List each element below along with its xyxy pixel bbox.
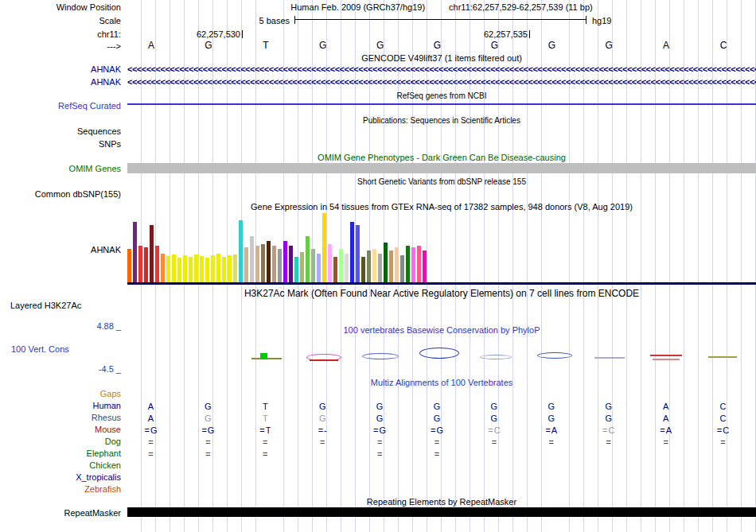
gtex-expression-bar[interactable] xyxy=(244,247,248,282)
gtex-expression-bar[interactable] xyxy=(306,236,310,282)
gtex-expression-bar[interactable] xyxy=(261,244,265,282)
gtex-expression-bar[interactable] xyxy=(400,255,404,282)
track-label-layered-h3k27ac[interactable]: Layered H3K27Ac xyxy=(10,301,81,311)
species-label-chicken[interactable]: Chicken xyxy=(0,460,121,471)
alignment-base: C xyxy=(720,401,727,412)
gtex-expression-bar[interactable] xyxy=(300,252,304,282)
gtex-expression-bar[interactable] xyxy=(189,257,193,282)
gtex-expression-bar[interactable] xyxy=(361,257,365,282)
refseq-gene-item[interactable] xyxy=(127,103,756,105)
gtex-expression-bar[interactable] xyxy=(200,256,204,282)
gtex-expression-bar[interactable] xyxy=(138,246,142,282)
gtex-expression-bar[interactable] xyxy=(172,254,176,282)
gtex-expression-bar[interactable] xyxy=(367,250,371,282)
gtex-expression-bar[interactable] xyxy=(255,246,259,282)
gtex-expression-bar[interactable] xyxy=(155,246,159,282)
gtex-expression-bar[interactable] xyxy=(183,255,187,282)
omim-gene-item[interactable] xyxy=(127,163,756,173)
gtex-expression-bar[interactable] xyxy=(378,254,382,282)
track-label-sequences[interactable]: Sequences xyxy=(0,126,121,137)
gtex-expression-bar[interactable] xyxy=(423,250,427,282)
gtex-expression-bar[interactable] xyxy=(278,249,282,282)
gtex-expression-bar[interactable] xyxy=(317,254,321,282)
gtex-expression-bar[interactable] xyxy=(150,225,154,282)
gtex-expression-bar[interactable] xyxy=(311,249,315,282)
track-label-gtex-ahnak[interactable]: AHNAK xyxy=(0,245,121,255)
gtex-expression-bar[interactable] xyxy=(395,247,399,282)
gtex-expression-bar[interactable] xyxy=(205,258,209,282)
alignment-row-human: AGTGGGGGGAC xyxy=(127,401,756,412)
gtex-expression-bar[interactable] xyxy=(345,254,349,282)
species-label-human[interactable]: Human xyxy=(0,401,121,411)
alignment-row-x_tropicalis xyxy=(127,472,756,483)
gtex-expression-bar[interactable] xyxy=(350,222,354,282)
species-label-x_tropicalis[interactable]: X_tropicalis xyxy=(0,472,121,483)
alignment-base: = xyxy=(377,449,383,460)
gtex-expression-bar[interactable] xyxy=(417,246,421,282)
gtex-expression-bar[interactable] xyxy=(216,254,220,282)
gtex-expression-bar[interactable] xyxy=(161,254,165,282)
gtex-expression-bar[interactable] xyxy=(289,246,293,282)
alignment-base: A xyxy=(663,413,669,424)
repeatmasker-item[interactable] xyxy=(127,507,756,517)
gtex-expression-bar[interactable] xyxy=(372,249,376,282)
gene-body-ahnak-1[interactable]: <<<<<<<<<<<<<<<<<<<<<<<<<<<<<<<<<<<<<<<<… xyxy=(127,64,756,75)
gene-body-ahnak-2[interactable]: <<<<<<<<<<<<<<<<<<<<<<<<<<<<<<<<<<<<<<<<… xyxy=(127,77,756,87)
gtex-expression-bar[interactable] xyxy=(389,250,393,282)
species-label-gaps[interactable]: Gaps xyxy=(0,389,121,399)
gtex-expression-bar[interactable] xyxy=(384,243,388,282)
species-label-elephant[interactable]: Elephant xyxy=(0,449,121,459)
gtex-expression-bar[interactable] xyxy=(166,256,170,282)
track-label-100-vert-cons[interactable]: 100 Vert. Cons xyxy=(11,344,69,355)
gtex-expression-chart[interactable] xyxy=(127,213,756,282)
alignment-base: = xyxy=(263,449,268,460)
gtex-expression-bar[interactable] xyxy=(144,247,148,282)
gtex-expression-bar[interactable] xyxy=(228,255,232,282)
alignment-base: =A xyxy=(545,425,558,436)
alignment-base: G xyxy=(605,413,613,424)
alignment-base: = xyxy=(263,437,268,448)
species-label-dog[interactable]: Dog xyxy=(0,437,121,447)
gtex-expression-bar[interactable] xyxy=(127,249,131,282)
gtex-expression-bar[interactable] xyxy=(233,254,237,282)
species-label-zebrafish[interactable]: Zebrafish xyxy=(0,484,121,495)
gtex-expression-bar[interactable] xyxy=(267,241,271,282)
alignment-base: G xyxy=(319,413,327,424)
gtex-expression-bar[interactable] xyxy=(411,247,415,282)
multiz-track-title: Multiz Alignments of 100 Vertebrates xyxy=(127,378,756,387)
alignment-base: =G xyxy=(431,425,444,436)
gtex-expression-bar[interactable] xyxy=(272,246,276,282)
gene-label-ahnak-1[interactable]: AHNAK xyxy=(0,64,121,75)
gtex-expression-bar[interactable] xyxy=(211,255,215,282)
species-label-rhesus[interactable]: Rhesus xyxy=(0,413,121,423)
scale-label: Scale xyxy=(0,16,121,26)
species-label-mouse[interactable]: Mouse xyxy=(0,425,121,435)
gtex-expression-bar[interactable] xyxy=(356,225,360,282)
track-label-repeatmasker[interactable]: RepeatMasker xyxy=(0,508,121,518)
gtex-expression-bar[interactable] xyxy=(328,244,332,282)
gtex-expression-bar[interactable] xyxy=(406,246,410,282)
gtex-expression-bar[interactable] xyxy=(322,213,326,282)
track-label-omim-genes[interactable]: OMIM Genes xyxy=(0,164,121,174)
alignment-base: G xyxy=(434,401,442,412)
gtex-expression-bar[interactable] xyxy=(333,257,337,282)
alignment-base: = xyxy=(435,437,440,448)
alignment-base: G xyxy=(434,413,442,424)
gtex-expression-bar[interactable] xyxy=(294,257,298,282)
gtex-expression-bar[interactable] xyxy=(222,257,226,282)
gtex-expression-bar[interactable] xyxy=(283,241,287,282)
track-label-common-dbsnp[interactable]: Common dbSNP(155) xyxy=(0,189,121,200)
alignment-base: G xyxy=(205,413,212,424)
gencode-track-title: GENCODE V49lift37 (1 items filtered out) xyxy=(127,53,756,63)
omim-track-title: OMIM Gene Phenotypes - Dark Green Can Be… xyxy=(127,153,756,162)
track-label-refseq-curated[interactable]: RefSeq Curated xyxy=(0,101,121,111)
gtex-expression-bar[interactable] xyxy=(177,258,181,282)
gtex-expression-bar[interactable] xyxy=(194,254,198,282)
gtex-expression-bar[interactable] xyxy=(133,222,137,282)
gtex-expression-bar[interactable] xyxy=(239,220,243,282)
gene-label-ahnak-2[interactable]: AHNAK xyxy=(0,77,121,87)
track-label-snps[interactable]: SNPs xyxy=(0,139,121,150)
ruler-base: G xyxy=(434,40,441,51)
gtex-expression-bar[interactable] xyxy=(339,249,343,282)
gtex-expression-bar[interactable] xyxy=(250,236,254,282)
